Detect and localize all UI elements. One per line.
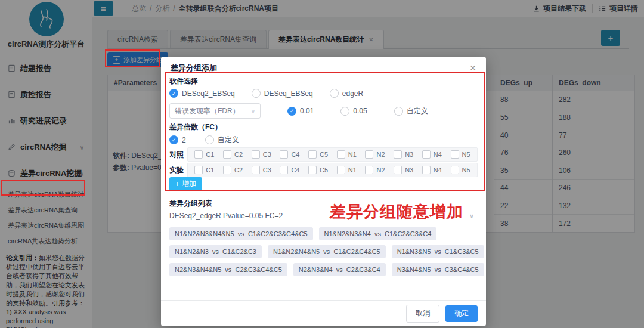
add-comparison-button[interactable]: + 增加 [169, 177, 202, 191]
checkbox-control-n4[interactable]: N4 [422, 150, 442, 159]
checkbox[interactable] [422, 166, 431, 174]
radio-label: 0.01 [300, 107, 314, 115]
checkbox-exp-n3[interactable]: N3 [394, 166, 413, 174]
radio-unchecked-icon [394, 107, 403, 116]
radio-fdr-custom[interactable]: 自定义 [394, 106, 428, 116]
checkbox-exp-n5[interactable]: N5 [451, 166, 470, 174]
checkbox[interactable] [451, 150, 459, 159]
checkbox-control-c4[interactable]: C4 [280, 150, 299, 159]
group-tag[interactable]: N2&N3&N4&N5_vs_C2&C3&C4&C5 [169, 263, 287, 276]
group-tag[interactable]: N2&N3&N4_vs_C2&C3&C4 [293, 263, 386, 276]
radio-label: 自定义 [407, 106, 428, 116]
radio-deseq-ebseq[interactable]: DESeq_EBSeq [252, 89, 313, 98]
control-checkbox-strip: C1 C2 C3 C4 C5 N1 N2 N3 N4 N5 [187, 147, 478, 162]
checkbox-exp-n1[interactable]: N1 [337, 166, 357, 174]
checkbox-exp-n2[interactable]: N2 [365, 166, 385, 174]
radio-label: 2 [182, 136, 186, 144]
checkbox-control-c3[interactable]: C3 [252, 150, 271, 159]
radio-label: 0.05 [353, 107, 367, 115]
close-icon[interactable]: ✕ [469, 63, 476, 73]
control-label: 对照 [169, 150, 187, 160]
checkbox[interactable] [252, 150, 260, 159]
control-sample-row: 对照 C1 C2 C3 C4 C5 N1 N2 N3 N4 N5 [169, 147, 478, 162]
group-tag[interactable]: N1&N3&N5_vs_C1&C3&C5 [392, 245, 484, 258]
checkbox-control-c1[interactable]: C1 [194, 150, 214, 159]
radio-checked-icon: ✓ [169, 89, 178, 98]
checkbox[interactable] [280, 150, 288, 159]
group-tag-list: N1&N2&N3&N4&N5_vs_C1&C2&C3&C4&C5 N1&N2&N… [169, 227, 480, 281]
radio-checked-icon: ✓ [287, 107, 296, 116]
radio-fc-custom[interactable]: 自定义 [205, 135, 239, 145]
current-group-value: DESeq2_edgeR Pvalue=0.05 FC=2 [169, 212, 283, 220]
radio-deseq2-ebseq[interactable]: ✓ DESeq2_EBSeq [169, 89, 235, 98]
checkbox-exp-c1[interactable]: C1 [194, 166, 214, 174]
checkbox[interactable] [308, 150, 317, 159]
app-root: circRNA测序分析平台 结题报告 质控报告 研究进展记录 [0, 0, 644, 328]
checkbox[interactable] [194, 166, 203, 174]
group-tag[interactable]: N3&N4&N5_vs_C3&C4&C5 [392, 263, 484, 276]
fdr-select-value: 错误发现率（FDR） [175, 106, 240, 116]
fdr-row: 错误发现率（FDR） ∨ ✓ 0.01 0.05 自定义 [169, 103, 478, 119]
checkbox[interactable] [422, 150, 431, 159]
checkbox[interactable] [451, 166, 459, 174]
experiment-checkbox-strip: C1 C2 C3 C4 C5 N1 N2 N3 N4 N5 [187, 163, 478, 177]
checkbox[interactable] [194, 150, 203, 159]
group-tag[interactable]: N1&N2&N3_vs_C1&C2&C3 [169, 245, 262, 258]
modal-title: 差异分组添加 [171, 63, 217, 73]
plus-icon: + [175, 180, 179, 188]
checkbox[interactable] [223, 150, 231, 159]
checkbox[interactable] [394, 150, 402, 159]
radio-fc-2[interactable]: ✓ 2 [169, 135, 186, 144]
checkbox[interactable] [252, 166, 260, 174]
checkbox-exp-c4[interactable]: C4 [280, 166, 299, 174]
checkbox-control-n5[interactable]: N5 [451, 150, 470, 159]
checkbox-control-n3[interactable]: N3 [394, 150, 413, 159]
radio-unchecked-icon [340, 107, 349, 116]
add-group-modal: 差异分组添加 ✕ 软件选择 ✓ DESeq2_EBSeq DESeq_EBSeq… [161, 57, 486, 326]
fc-label: 差异倍数（FC） [169, 122, 222, 132]
radio-unchecked-icon [252, 89, 261, 98]
radio-unchecked-icon [330, 89, 339, 98]
checkbox-exp-c5[interactable]: C5 [308, 166, 328, 174]
group-tag[interactable]: N1&N2&N3&N4&N5_vs_C1&C2&C3&C4&C5 [169, 227, 313, 240]
checkbox[interactable] [394, 166, 402, 174]
current-group-row[interactable]: DESeq2_edgeR Pvalue=0.05 FC=2 ∨ [169, 212, 474, 220]
experiment-label: 实验 [169, 165, 187, 175]
checkbox[interactable] [337, 150, 345, 159]
chevron-down-icon[interactable]: ∨ [469, 212, 474, 220]
checkbox[interactable] [280, 166, 288, 174]
fc-radio-group: ✓ 2 自定义 [169, 135, 239, 145]
checkbox[interactable] [337, 166, 345, 174]
radio-unchecked-icon [205, 135, 214, 144]
checkbox-control-c2[interactable]: C2 [223, 150, 243, 159]
group-tag[interactable]: N1&N2&N3&N4_vs_C1&C2&C3&C4 [319, 227, 437, 240]
experiment-sample-row: 实验 C1 C2 C3 C4 C5 N1 N2 N3 N4 N5 [169, 163, 478, 177]
checkbox-exp-c3[interactable]: C3 [252, 166, 271, 174]
radio-fdr-005[interactable]: 0.05 [340, 107, 367, 116]
add-comparison-label: 增加 [182, 179, 196, 189]
group-tag[interactable]: N1&N2&N4&N5_vs_C1&C2&C4&C5 [268, 245, 386, 258]
software-radio-group: ✓ DESeq2_EBSeq DESeq_EBSeq edgeR [169, 89, 363, 98]
checkbox-exp-c2[interactable]: C2 [223, 166, 243, 174]
checkbox[interactable] [365, 150, 373, 159]
checkbox-control-n1[interactable]: N1 [337, 150, 357, 159]
radio-fdr-001[interactable]: ✓ 0.01 [287, 107, 314, 116]
radio-checked-icon: ✓ [169, 135, 178, 144]
checkbox-control-n2[interactable]: N2 [365, 150, 385, 159]
checkbox[interactable] [223, 166, 231, 174]
radio-edger[interactable]: edgeR [330, 89, 363, 98]
checkbox[interactable] [365, 166, 373, 174]
confirm-button[interactable]: 确定 [445, 305, 478, 322]
radio-label: 自定义 [218, 135, 239, 145]
checkbox-control-c5[interactable]: C5 [308, 150, 328, 159]
checkbox-exp-n4[interactable]: N4 [422, 166, 442, 174]
modal-header: 差异分组添加 ✕ [161, 57, 486, 79]
software-select-label: 软件选择 [169, 76, 198, 86]
chevron-down-icon: ∨ [251, 108, 255, 115]
group-list-label: 差异分组列表 [169, 199, 212, 209]
checkbox[interactable] [308, 166, 317, 174]
radio-label: DESeq_EBSeq [264, 89, 313, 98]
cancel-button[interactable]: 取消 [406, 305, 439, 323]
fdr-type-select[interactable]: 错误发现率（FDR） ∨ [169, 103, 261, 119]
modal-footer: 取消 确定 [161, 300, 486, 326]
